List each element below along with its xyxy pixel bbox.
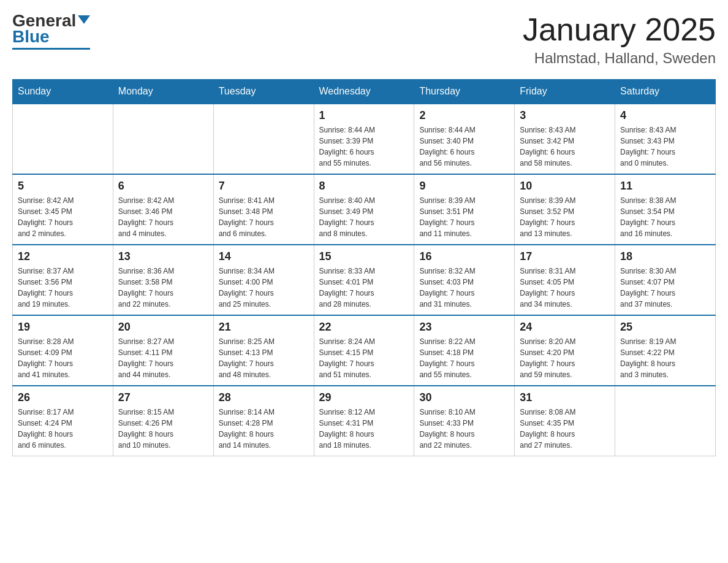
day-info: Sunrise: 8:14 AM Sunset: 4:28 PM Dayligh… <box>219 407 309 451</box>
day-info: Sunrise: 8:10 AM Sunset: 4:33 PM Dayligh… <box>419 407 509 451</box>
day-info: Sunrise: 8:24 AM Sunset: 4:15 PM Dayligh… <box>319 336 409 380</box>
day-info: Sunrise: 8:44 AM Sunset: 3:40 PM Dayligh… <box>419 124 509 169</box>
day-info: Sunrise: 8:28 AM Sunset: 4:09 PM Dayligh… <box>18 336 108 380</box>
day-number: 29 <box>319 391 409 404</box>
calendar-cell: 10Sunrise: 8:39 AM Sunset: 3:52 PM Dayli… <box>515 174 615 245</box>
day-number: 21 <box>219 321 309 334</box>
day-info: Sunrise: 8:19 AM Sunset: 4:22 PM Dayligh… <box>620 336 710 380</box>
calendar-cell: 3Sunrise: 8:43 AM Sunset: 3:42 PM Daylig… <box>515 104 615 174</box>
calendar-week-row: 19Sunrise: 8:28 AM Sunset: 4:09 PM Dayli… <box>13 315 716 386</box>
calendar-table: SundayMondayTuesdayWednesdayThursdayFrid… <box>12 79 716 456</box>
day-number: 8 <box>319 180 409 193</box>
calendar-cell: 24Sunrise: 8:20 AM Sunset: 4:20 PM Dayli… <box>515 315 615 386</box>
calendar-cell: 17Sunrise: 8:31 AM Sunset: 4:05 PM Dayli… <box>515 245 615 315</box>
calendar-cell: 7Sunrise: 8:41 AM Sunset: 3:48 PM Daylig… <box>213 174 314 245</box>
day-info: Sunrise: 8:15 AM Sunset: 4:26 PM Dayligh… <box>118 407 208 451</box>
day-number: 9 <box>419 180 509 193</box>
calendar-cell: 28Sunrise: 8:14 AM Sunset: 4:28 PM Dayli… <box>213 386 314 456</box>
day-number: 20 <box>118 321 208 334</box>
calendar-cell: 2Sunrise: 8:44 AM Sunset: 3:40 PM Daylig… <box>414 104 515 174</box>
day-number: 27 <box>118 391 208 404</box>
day-number: 16 <box>419 250 509 263</box>
day-number: 23 <box>419 321 509 334</box>
calendar-cell: 16Sunrise: 8:32 AM Sunset: 4:03 PM Dayli… <box>414 245 515 315</box>
calendar-cell <box>213 104 314 174</box>
calendar-cell <box>113 104 213 174</box>
day-info: Sunrise: 8:30 AM Sunset: 4:07 PM Dayligh… <box>620 266 710 310</box>
day-info: Sunrise: 8:08 AM Sunset: 4:35 PM Dayligh… <box>520 407 610 451</box>
day-info: Sunrise: 8:44 AM Sunset: 3:39 PM Dayligh… <box>319 124 409 169</box>
day-number: 22 <box>319 321 409 334</box>
calendar-cell: 6Sunrise: 8:42 AM Sunset: 3:46 PM Daylig… <box>113 174 213 245</box>
day-info: Sunrise: 8:36 AM Sunset: 3:58 PM Dayligh… <box>118 266 208 310</box>
column-header-friday: Friday <box>515 80 615 104</box>
calendar-cell: 12Sunrise: 8:37 AM Sunset: 3:56 PM Dayli… <box>13 245 113 315</box>
day-info: Sunrise: 8:42 AM Sunset: 3:45 PM Dayligh… <box>18 195 108 239</box>
day-number: 30 <box>419 391 509 404</box>
day-number: 17 <box>520 250 610 263</box>
day-number: 18 <box>620 250 710 263</box>
column-header-monday: Monday <box>113 80 213 104</box>
day-info: Sunrise: 8:27 AM Sunset: 4:11 PM Dayligh… <box>118 336 208 380</box>
day-info: Sunrise: 8:22 AM Sunset: 4:18 PM Dayligh… <box>419 336 509 380</box>
logo-blue-text: Blue <box>12 28 50 45</box>
calendar-header-row: SundayMondayTuesdayWednesdayThursdayFrid… <box>13 80 716 104</box>
logo-underline <box>12 48 90 50</box>
location-subtitle: Halmstad, Halland, Sweden <box>523 50 716 67</box>
day-number: 11 <box>620 180 710 193</box>
calendar-cell: 9Sunrise: 8:39 AM Sunset: 3:51 PM Daylig… <box>414 174 515 245</box>
day-info: Sunrise: 8:43 AM Sunset: 3:43 PM Dayligh… <box>620 124 710 169</box>
logo: General Blue <box>12 12 90 50</box>
calendar-cell: 29Sunrise: 8:12 AM Sunset: 4:31 PM Dayli… <box>314 386 414 456</box>
day-number: 28 <box>219 391 309 404</box>
logo-triangle-icon <box>78 15 90 24</box>
calendar-cell: 25Sunrise: 8:19 AM Sunset: 4:22 PM Dayli… <box>615 315 716 386</box>
calendar-week-row: 1Sunrise: 8:44 AM Sunset: 3:39 PM Daylig… <box>13 104 716 174</box>
calendar-cell: 13Sunrise: 8:36 AM Sunset: 3:58 PM Dayli… <box>113 245 213 315</box>
day-info: Sunrise: 8:40 AM Sunset: 3:49 PM Dayligh… <box>319 195 409 239</box>
day-info: Sunrise: 8:37 AM Sunset: 3:56 PM Dayligh… <box>18 266 108 310</box>
calendar-cell: 21Sunrise: 8:25 AM Sunset: 4:13 PM Dayli… <box>213 315 314 386</box>
calendar-cell: 20Sunrise: 8:27 AM Sunset: 4:11 PM Dayli… <box>113 315 213 386</box>
day-number: 31 <box>520 391 610 404</box>
calendar-cell: 1Sunrise: 8:44 AM Sunset: 3:39 PM Daylig… <box>314 104 414 174</box>
day-info: Sunrise: 8:32 AM Sunset: 4:03 PM Dayligh… <box>419 266 509 310</box>
day-info: Sunrise: 8:34 AM Sunset: 4:00 PM Dayligh… <box>219 266 309 310</box>
calendar-cell: 11Sunrise: 8:38 AM Sunset: 3:54 PM Dayli… <box>615 174 716 245</box>
day-number: 2 <box>419 109 509 122</box>
day-number: 5 <box>18 180 108 193</box>
calendar-cell: 26Sunrise: 8:17 AM Sunset: 4:24 PM Dayli… <box>13 386 113 456</box>
day-info: Sunrise: 8:20 AM Sunset: 4:20 PM Dayligh… <box>520 336 610 380</box>
calendar-cell: 30Sunrise: 8:10 AM Sunset: 4:33 PM Dayli… <box>414 386 515 456</box>
day-number: 1 <box>319 109 409 122</box>
calendar-week-row: 5Sunrise: 8:42 AM Sunset: 3:45 PM Daylig… <box>13 174 716 245</box>
calendar-cell <box>13 104 113 174</box>
calendar-cell: 14Sunrise: 8:34 AM Sunset: 4:00 PM Dayli… <box>213 245 314 315</box>
day-info: Sunrise: 8:12 AM Sunset: 4:31 PM Dayligh… <box>319 407 409 451</box>
calendar-cell: 22Sunrise: 8:24 AM Sunset: 4:15 PM Dayli… <box>314 315 414 386</box>
calendar-cell: 27Sunrise: 8:15 AM Sunset: 4:26 PM Dayli… <box>113 386 213 456</box>
calendar-cell: 19Sunrise: 8:28 AM Sunset: 4:09 PM Dayli… <box>13 315 113 386</box>
day-number: 24 <box>520 321 610 334</box>
day-number: 10 <box>520 180 610 193</box>
column-header-tuesday: Tuesday <box>213 80 314 104</box>
day-info: Sunrise: 8:42 AM Sunset: 3:46 PM Dayligh… <box>118 195 208 239</box>
day-info: Sunrise: 8:17 AM Sunset: 4:24 PM Dayligh… <box>18 407 108 451</box>
day-number: 4 <box>620 109 710 122</box>
day-number: 19 <box>18 321 108 334</box>
day-info: Sunrise: 8:38 AM Sunset: 3:54 PM Dayligh… <box>620 195 710 239</box>
day-number: 25 <box>620 321 710 334</box>
calendar-week-row: 26Sunrise: 8:17 AM Sunset: 4:24 PM Dayli… <box>13 386 716 456</box>
day-number: 14 <box>219 250 309 263</box>
day-info: Sunrise: 8:39 AM Sunset: 3:51 PM Dayligh… <box>419 195 509 239</box>
column-header-wednesday: Wednesday <box>314 80 414 104</box>
calendar-week-row: 12Sunrise: 8:37 AM Sunset: 3:56 PM Dayli… <box>13 245 716 315</box>
day-info: Sunrise: 8:41 AM Sunset: 3:48 PM Dayligh… <box>219 195 309 239</box>
title-section: January 2025 Halmstad, Halland, Sweden <box>523 12 716 67</box>
calendar-cell: 8Sunrise: 8:40 AM Sunset: 3:49 PM Daylig… <box>314 174 414 245</box>
calendar-cell: 15Sunrise: 8:33 AM Sunset: 4:01 PM Dayli… <box>314 245 414 315</box>
calendar-cell: 23Sunrise: 8:22 AM Sunset: 4:18 PM Dayli… <box>414 315 515 386</box>
day-number: 13 <box>118 250 208 263</box>
calendar-cell: 5Sunrise: 8:42 AM Sunset: 3:45 PM Daylig… <box>13 174 113 245</box>
calendar-cell: 31Sunrise: 8:08 AM Sunset: 4:35 PM Dayli… <box>515 386 615 456</box>
